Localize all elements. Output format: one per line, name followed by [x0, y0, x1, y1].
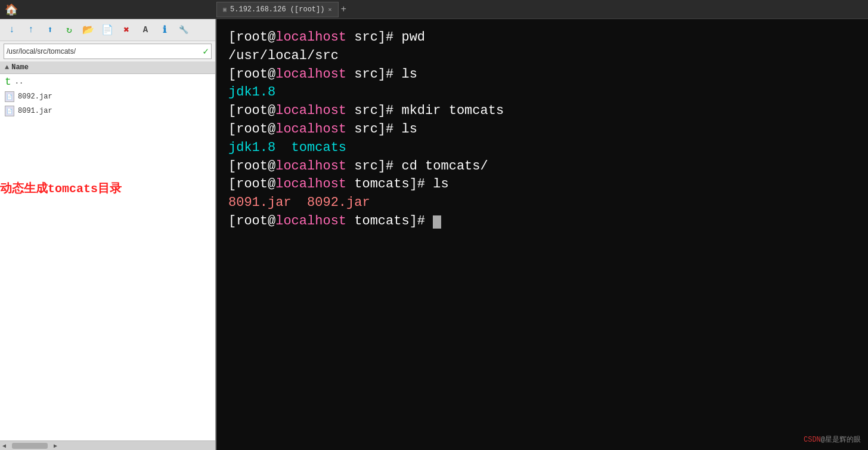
download-button[interactable]: ↓: [4, 21, 20, 38]
refresh-button[interactable]: ↻: [61, 21, 78, 38]
terminal-line: [root@localhost src]# cd tomcats/: [228, 158, 856, 176]
terminal-line: [root@localhost src]# ls: [228, 121, 856, 139]
terminal-line: jdk1.8: [228, 84, 856, 102]
file-list: t .. 📄 8092.jar 📄 8091.jar: [0, 74, 215, 440]
file-name: 8092.jar: [18, 93, 52, 101]
terminal-line: 8091.jar 8092.jar: [228, 194, 856, 212]
terminal-line: [root@localhost tomcats]#: [228, 212, 856, 231]
file-name: 8091.jar: [18, 107, 52, 115]
path-bar: ✓: [4, 44, 212, 59]
file-browser-toolbar: ↓ ↑ ⬆ ↻ 📂 📄 ✖ A ℹ 🔧: [0, 19, 215, 41]
file-name: ..: [15, 78, 23, 86]
tab-add-button[interactable]: +: [341, 4, 347, 15]
home-icon[interactable]: 🏠: [5, 3, 18, 16]
terminal-line: jdk1.8 tomcats: [228, 139, 856, 158]
open-folder-button[interactable]: 📂: [80, 21, 97, 38]
file-icon: 📄: [5, 91, 14, 102]
terminal-tab[interactable]: ▣ 5.192.168.126 ([root]) ✕: [216, 2, 339, 17]
folder-icon: t: [5, 76, 11, 88]
path-input[interactable]: [4, 47, 200, 56]
scroll-right-icon[interactable]: ▶: [51, 442, 60, 449]
list-item[interactable]: t ..: [0, 74, 215, 90]
tab-label: 5.192.168.126 ([root]): [230, 5, 324, 14]
close-icon[interactable]: ✕: [328, 6, 331, 13]
list-item[interactable]: 📄 8091.jar: [0, 104, 215, 118]
tab-bar: 🏠 ▣ 5.192.168.126 ([root]) ✕ +: [0, 0, 868, 19]
terminal-line: [root@localhost src]# ls: [228, 66, 856, 84]
terminal-panel[interactable]: [root@localhost src]# pwd/usr/local/src[…: [216, 19, 868, 450]
path-confirm-icon[interactable]: ✓: [200, 45, 211, 57]
list-item[interactable]: 📄 8092.jar: [0, 90, 215, 104]
terminal-line: [root@localhost src]# mkdir tomcats: [228, 102, 856, 121]
tab-bar-left: 🏠: [0, 3, 216, 16]
new-file-button[interactable]: 📄: [99, 21, 116, 38]
info-button[interactable]: ℹ: [156, 21, 173, 38]
tab-bar-right: ▣ 5.192.168.126 ([root]) ✕ +: [216, 2, 868, 17]
scroll-left-icon[interactable]: ◀: [0, 442, 8, 449]
tab-icon: ▣: [223, 6, 227, 13]
sort-arrow-icon: ▲: [5, 63, 9, 72]
scroll-thumb[interactable]: [12, 443, 48, 449]
terminal-line: [root@localhost tomcats]# ls: [228, 175, 856, 194]
watermark: CSDN@星是辉的眼: [804, 435, 861, 445]
horizontal-scrollbar[interactable]: ◀ ▶: [0, 440, 215, 450]
rename-button[interactable]: A: [137, 21, 154, 38]
upload-button[interactable]: ↑: [23, 21, 39, 38]
file-browser-panel: ↓ ↑ ⬆ ↻ 📂 📄 ✖ A ℹ 🔧 ✓ ▲ Name t ..: [0, 19, 216, 450]
terminal-line: /usr/local/src: [228, 47, 856, 66]
main-layout: ↓ ↑ ⬆ ↻ 📂 📄 ✖ A ℹ 🔧 ✓ ▲ Name t ..: [0, 19, 868, 450]
cancel-button[interactable]: ✖: [118, 21, 135, 38]
go-top-button[interactable]: ⬆: [42, 21, 58, 38]
filter-button[interactable]: 🔧: [175, 21, 192, 38]
file-list-header: ▲ Name: [0, 61, 215, 74]
file-icon: 📄: [5, 106, 14, 116]
terminal-cursor: [433, 215, 441, 229]
terminal-line: [root@localhost src]# pwd: [228, 29, 856, 47]
name-column-header: Name: [11, 63, 29, 72]
